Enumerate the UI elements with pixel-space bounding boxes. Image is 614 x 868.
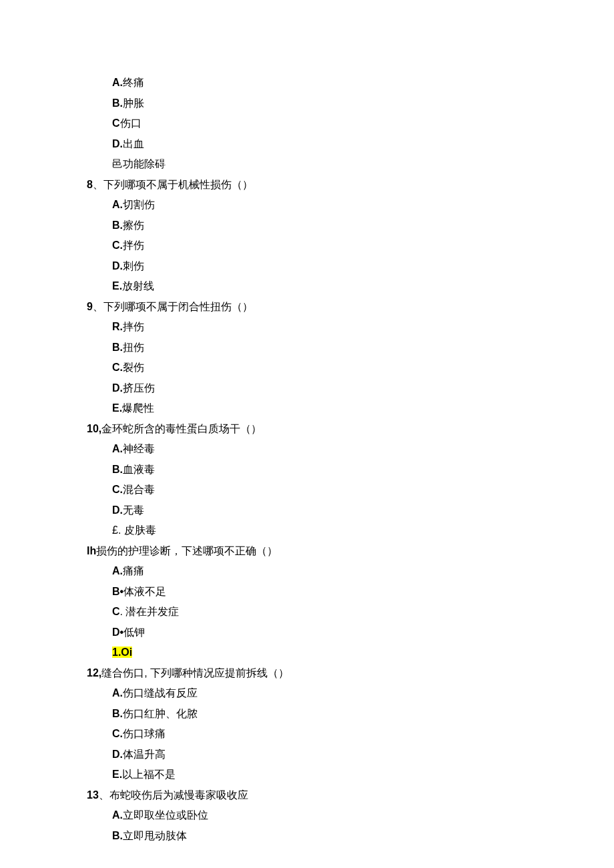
- option-prefix: B.: [112, 220, 123, 231]
- document-body: A.终痛 B.肿胀 C伤口 D.出血 邑功能除碍 8、下列哪项不属于机械性损伤（…: [0, 73, 614, 845]
- option-prefix: D.: [112, 260, 123, 272]
- option-text: . 潜在并发症: [120, 606, 180, 617]
- question-text: 、下列哪项不属于机械性损伤（）: [93, 179, 253, 190]
- option-text: 伤口缝战有反应: [123, 687, 198, 699]
- option-prefix: E.: [112, 769, 122, 780]
- q11-option-a: A.痛痛: [112, 562, 614, 580]
- q7-option-b: B.肿胀: [112, 94, 614, 113]
- question-number: 8: [87, 179, 93, 190]
- question-number: 10,: [87, 423, 101, 434]
- option-text: 拌伤: [123, 240, 144, 251]
- q9-option-e: E.爆爬性: [112, 399, 614, 418]
- option-prefix: B.: [112, 97, 123, 109]
- option-text: 立即甩动肢体: [123, 830, 187, 841]
- option-text: 刺伤: [123, 260, 144, 272]
- q9-options: R.摔伤 B.扭伤 C.裂伤 D.挤压伤 E.爆爬性: [87, 318, 614, 418]
- option-prefix: B•: [112, 586, 123, 597]
- q7-option-e: 邑功能除碍: [112, 155, 614, 173]
- option-text: 血液毒: [123, 464, 155, 475]
- option-text: 立即取坐位或卧位: [123, 809, 208, 821]
- q8-options: A.切割伤 B.擦伤 C.拌伤 D.刺伤 E.放射线: [87, 195, 614, 296]
- option-prefix: £.: [112, 524, 121, 536]
- q12-option-e: E.以上福不是: [112, 765, 614, 784]
- option-text: 出血: [123, 138, 144, 149]
- question-number: 12,: [87, 667, 101, 679]
- option-text: 摔伤: [123, 321, 144, 332]
- option-prefix: E.: [112, 402, 122, 414]
- q8-option-a: A.切割伤: [112, 195, 614, 214]
- option-prefix: D.: [112, 382, 123, 394]
- q9-stem: 9、下列哪项不属于闭合性扭伤（）: [87, 298, 614, 316]
- q8-stem: 8、下列哪项不属于机械性损伤（）: [87, 175, 614, 194]
- question-text: 损伤的护理诊断，下述哪项不正确（）: [96, 545, 278, 556]
- option-text: 伤口: [120, 117, 141, 129]
- option-prefix: B.: [112, 464, 123, 475]
- q12-option-d: D.体温升高: [112, 745, 614, 764]
- q12-option-b: B.伤口红肿、化脓: [112, 705, 614, 723]
- q11-option-d: D•低钾: [112, 623, 614, 642]
- option-text: 裂伤: [123, 362, 144, 373]
- q11-option-b: B•体液不足: [112, 582, 614, 601]
- q7-option-a: A.终痛: [112, 73, 614, 92]
- option-prefix: A.: [112, 565, 123, 576]
- option-text: 挤压伤: [123, 382, 155, 394]
- option-text: 扭伤: [123, 342, 144, 353]
- q13-options: A.立即取坐位或卧位 B.立即甩动肢体: [87, 806, 614, 845]
- option-prefix: C.: [112, 362, 123, 373]
- q13-option-a: A.立即取坐位或卧位: [112, 806, 614, 825]
- option-prefix: C: [112, 606, 120, 617]
- q8-option-b: B.擦伤: [112, 216, 614, 235]
- question-number: Ih: [87, 545, 96, 556]
- option-text: 伤口球痛: [123, 728, 166, 739]
- q7-option-d: D.出血: [112, 135, 614, 153]
- option-text: 无毒: [123, 504, 144, 516]
- q10-option-b: B.血液毒: [112, 460, 614, 479]
- option-prefix: A.: [112, 199, 123, 210]
- q9-option-b: B.扭伤: [112, 338, 614, 357]
- option-prefix: 1.Oi: [112, 646, 132, 658]
- q9-option-a: R.摔伤: [112, 318, 614, 336]
- q12-option-a: A.伤口缝战有反应: [112, 684, 614, 703]
- q7-options: A.终痛 B.肿胀 C伤口 D.出血 邑功能除碍: [87, 73, 614, 173]
- option-prefix: A.: [112, 687, 123, 699]
- q7-option-c: C伤口: [112, 114, 614, 133]
- q10-option-a: A.神经毒: [112, 440, 614, 458]
- q13-option-b: B.立即甩动肢体: [112, 827, 614, 845]
- q10-options: A.神经毒 B.血液毒 C.混合毒 D.无毒 £. 皮肤毒: [87, 440, 614, 540]
- option-text: 痛痛: [123, 565, 144, 576]
- option-prefix: C.: [112, 484, 123, 495]
- option-prefix: E.: [112, 280, 122, 292]
- q10-option-e: £. 皮肤毒: [112, 521, 614, 540]
- question-text: 、布蛇咬伤后为减慢毒家吸收应: [99, 789, 248, 801]
- option-prefix: C.: [112, 728, 123, 739]
- q8-option-d: D.刺伤: [112, 257, 614, 276]
- option-text: 体温升高: [123, 749, 166, 760]
- question-number: 9: [87, 301, 93, 312]
- option-prefix: B.: [112, 830, 123, 841]
- q10-option-c: C.混合毒: [112, 480, 614, 499]
- question-text: 缝合伤口, 下列哪种情况应提前拆线（）: [101, 667, 289, 679]
- option-prefix: A.: [112, 443, 123, 454]
- option-prefix: D.: [112, 749, 123, 760]
- option-text: 神经毒: [123, 443, 155, 454]
- option-text: 以上福不是: [122, 769, 176, 780]
- option-text: 爆爬性: [122, 402, 154, 414]
- question-text: 金环蛇所含的毒性蛋白质场干（）: [101, 423, 262, 434]
- option-prefix: R.: [112, 321, 123, 332]
- option-prefix: B.: [112, 342, 123, 353]
- option-text: 皮肤毒: [121, 524, 156, 536]
- option-prefix: A.: [112, 77, 123, 88]
- q11-options: A.痛痛 B•体液不足 C. 潜在并发症 D•低钾 1.Oi: [87, 562, 614, 662]
- option-prefix: D.: [112, 138, 123, 149]
- option-text: 伤口红肿、化脓: [123, 708, 198, 719]
- q10-stem: 10,金环蛇所含的毒性蛋白质场干（）: [87, 420, 614, 438]
- q12-stem: 12,缝合伤口, 下列哪种情况应提前拆线（）: [87, 664, 614, 683]
- option-prefix: D.: [112, 504, 123, 516]
- option-prefix: A.: [112, 809, 123, 821]
- q11-stem: Ih损伤的护理诊断，下述哪项不正确（）: [87, 542, 614, 560]
- q8-option-c: C.拌伤: [112, 236, 614, 255]
- q10-option-d: D.无毒: [112, 501, 614, 520]
- option-text: 肿胀: [123, 97, 144, 109]
- option-prefix: B.: [112, 708, 123, 719]
- option-text: 终痛: [123, 77, 144, 88]
